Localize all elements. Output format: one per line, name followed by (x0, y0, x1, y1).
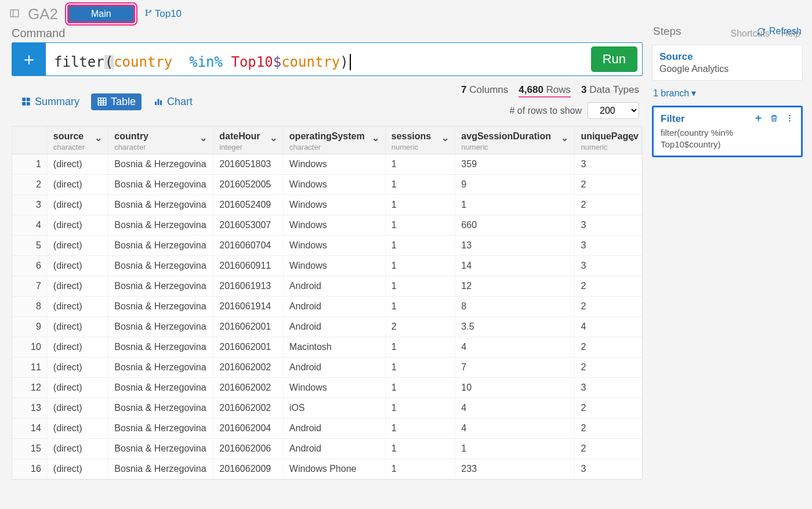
cell: Bosnia & Herzegovina (108, 317, 213, 337)
cell: 1 (455, 195, 575, 215)
cell: 2016052409 (213, 195, 284, 215)
cell: 7 (455, 358, 575, 378)
cell: (direct) (47, 358, 108, 378)
cell: Windows (283, 236, 385, 256)
cell: 2016051803 (213, 154, 284, 175)
branch-dropdown[interactable]: 1 branch ▾ (652, 85, 803, 101)
view-chart-label: Chart (167, 96, 193, 108)
cell: 1 (385, 175, 455, 195)
add-icon[interactable] (754, 114, 763, 124)
table-row[interactable]: 7(direct)Bosnia & Herzegovina2016061913A… (12, 276, 642, 297)
cell: Windows (283, 154, 385, 175)
column-header-avgSessionDuration[interactable]: avgSessionDuration⌄numeric (455, 127, 575, 154)
row-number: 7 (12, 276, 47, 297)
column-header-uniquePagev[interactable]: uniquePagev⌄numeric (575, 127, 642, 154)
more-icon[interactable] (785, 114, 794, 124)
cell: 2016062002 (213, 378, 284, 398)
svg-point-19 (789, 115, 791, 117)
view-summary[interactable]: Summary (15, 93, 85, 110)
table-row[interactable]: 5(direct)Bosnia & Herzegovina2016060704W… (12, 236, 642, 256)
table-row[interactable]: 4(direct)Bosnia & Herzegovina2016053007W… (12, 215, 642, 236)
cell: 14 (455, 256, 575, 276)
cell: 3.5 (455, 317, 575, 337)
cell: 1 (385, 459, 455, 479)
row-number: 14 (12, 418, 47, 439)
token-op: %in% (189, 55, 223, 69)
view-table[interactable]: Table (91, 93, 142, 110)
cell: (direct) (47, 378, 108, 398)
svg-rect-16 (160, 100, 162, 105)
cell: 1 (385, 276, 455, 297)
trash-icon[interactable] (770, 114, 778, 124)
table-row[interactable]: 12(direct)Bosnia & Herzegovina2016062002… (12, 378, 642, 398)
cell: (direct) (47, 297, 108, 317)
table-row[interactable]: 3(direct)Bosnia & Herzegovina2016052409W… (12, 195, 642, 215)
cell: 13 (455, 236, 575, 256)
table-row[interactable]: 14(direct)Bosnia & Herzegovina2016062004… (12, 418, 642, 439)
svg-rect-15 (158, 99, 160, 106)
cell: Android (283, 358, 385, 378)
rows-show-select[interactable]: 200 (588, 102, 639, 119)
cell: 1 (385, 439, 455, 459)
column-header-dateHour[interactable]: dateHour⌄integer (213, 127, 284, 154)
table-row[interactable]: 9(direct)Bosnia & Herzegovina2016062001A… (12, 317, 642, 337)
svg-point-20 (789, 117, 791, 119)
refresh-button[interactable]: Refresh (757, 26, 802, 37)
cell: 3 (575, 215, 642, 236)
cell: (direct) (47, 154, 108, 175)
table-row[interactable]: 11(direct)Bosnia & Herzegovina2016062002… (12, 358, 642, 378)
column-header-source[interactable]: source⌄character (47, 127, 108, 154)
cell: 1 (385, 236, 455, 256)
row-number: 4 (12, 215, 47, 236)
table-row[interactable]: 2(direct)Bosnia & Herzegovina2016052005W… (12, 175, 642, 195)
svg-point-3 (146, 15, 147, 16)
cell: 2 (575, 195, 642, 215)
row-number: 11 (12, 358, 47, 378)
tab-top10[interactable]: Top10 (141, 6, 185, 22)
command-input[interactable]: filter(country %in% Top10$country) (46, 43, 586, 75)
row-number: 15 (12, 439, 47, 459)
run-button[interactable]: Run (591, 46, 637, 72)
table-row[interactable]: 15(direct)Bosnia & Herzegovina2016062006… (12, 439, 642, 459)
filter-step-card[interactable]: Filter filter(country %in% Top10$country… (652, 106, 803, 157)
table-icon (97, 96, 107, 107)
project-title: GA2 (28, 5, 58, 23)
view-chart[interactable]: Chart (147, 93, 198, 110)
table-row[interactable]: 16(direct)Bosnia & Herzegovina2016062009… (12, 459, 642, 479)
cell: Bosnia & Herzegovina (108, 195, 213, 215)
cell: (direct) (47, 439, 108, 459)
cell: 2016053007 (213, 215, 284, 236)
bar-chart-icon (153, 96, 164, 107)
panel-toggle-icon[interactable] (9, 8, 20, 20)
meta-types-count: 3 (581, 84, 586, 95)
table-row[interactable]: 1(direct)Bosnia & Herzegovina2016051803W… (12, 154, 642, 175)
cell: Bosnia & Herzegovina (108, 154, 213, 175)
cell: 2016062009 (213, 459, 284, 479)
table-row[interactable]: 13(direct)Bosnia & Herzegovina2016062002… (12, 398, 642, 418)
table-row[interactable]: 10(direct)Bosnia & Herzegovina2016062001… (12, 337, 642, 358)
cell: (direct) (47, 236, 108, 256)
cell: Android (283, 297, 385, 317)
tab-main[interactable]: Main (67, 5, 135, 23)
cell: 1 (385, 378, 455, 398)
cell: 359 (455, 154, 575, 175)
cell: 8 (455, 297, 575, 317)
cell: (direct) (47, 215, 108, 236)
table-row[interactable]: 6(direct)Bosnia & Herzegovina2016060911W… (12, 256, 642, 276)
cell: 2 (575, 276, 642, 297)
column-header-operatingSystem[interactable]: operatingSystem⌄character (283, 127, 385, 154)
table-row[interactable]: 8(direct)Bosnia & Herzegovina2016061914A… (12, 297, 642, 317)
row-number: 9 (12, 317, 47, 337)
cell: 1 (455, 439, 575, 459)
cell: Bosnia & Herzegovina (108, 215, 213, 236)
cell: 2016061913 (213, 276, 284, 297)
add-step-button[interactable]: ＋ (12, 43, 46, 75)
cell: 2016060911 (213, 256, 284, 276)
source-card[interactable]: Source Google Analytics (652, 45, 803, 81)
column-header-sessions[interactable]: sessions⌄numeric (385, 127, 455, 154)
cell: 233 (455, 459, 575, 479)
cell: Windows Phone (283, 459, 385, 479)
text-cursor (350, 54, 351, 70)
column-header-country[interactable]: country⌄character (108, 127, 213, 154)
cell: (direct) (47, 337, 108, 358)
